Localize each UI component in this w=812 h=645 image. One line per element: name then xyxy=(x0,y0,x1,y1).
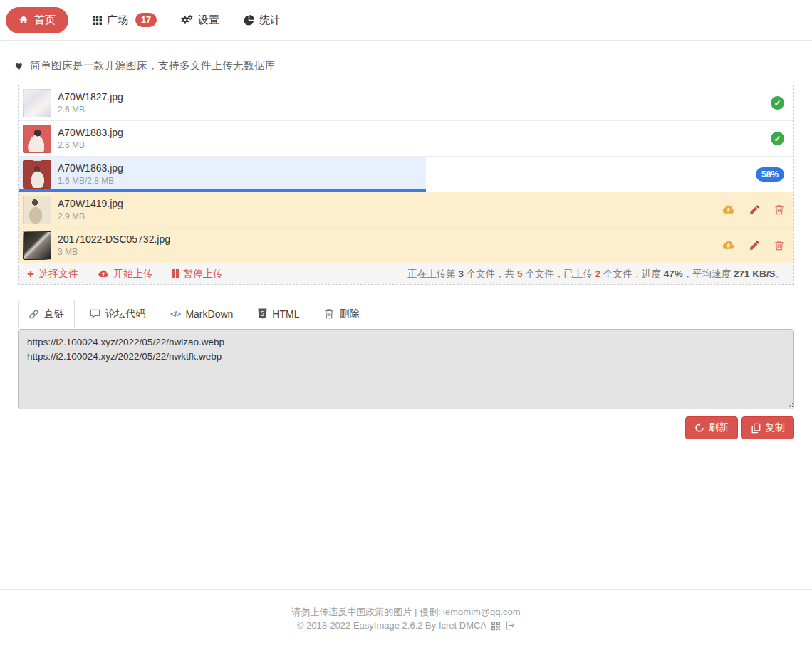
file-row: A70W1883.jpg 2.6 MB ✓ xyxy=(19,121,793,157)
refresh-button[interactable]: 刷新 xyxy=(685,416,738,439)
file-row-queued: A70W1419.jpg 2.9 MB xyxy=(19,192,793,228)
status-segment: 个文件，已上传 xyxy=(523,268,595,279)
file-row-queued: 20171022-DSC05732.jpg 3 MB xyxy=(19,228,793,263)
refresh-label: 刷新 xyxy=(709,421,729,434)
file-row: A70W1827.jpg 2.6 MB ✓ xyxy=(19,85,793,121)
nav-settings[interactable]: 设置 xyxy=(181,14,219,27)
tab-direct-link[interactable]: 直链 xyxy=(18,300,75,327)
footer: 请勿上传违反中国政策的图片 | 侵删: lemomim@qq.com © 201… xyxy=(0,589,812,632)
tab-markdown[interactable]: </> MarkDown xyxy=(160,300,243,327)
edit-icon[interactable] xyxy=(749,240,760,251)
tab-forum-code[interactable]: 论坛代码 xyxy=(80,300,155,327)
success-check-icon: ✓ xyxy=(771,132,784,145)
qr-code-icon[interactable] xyxy=(491,621,501,631)
nav-stats-label: 统计 xyxy=(259,14,281,27)
svg-text:5: 5 xyxy=(261,310,264,318)
progress-badge: 58% xyxy=(756,167,784,182)
status-progress-number: 47% xyxy=(664,268,683,279)
upload-file-icon[interactable] xyxy=(721,240,735,251)
start-upload-button[interactable]: 开始上传 xyxy=(97,268,153,280)
cloud-upload-icon xyxy=(97,269,109,278)
tab-label: HTML xyxy=(272,308,299,320)
file-size: 3 MB xyxy=(58,247,170,258)
status-current-number: 3 xyxy=(459,268,464,279)
select-files-label: 选择文件 xyxy=(38,268,78,280)
heart-icon: ♥ xyxy=(15,60,23,73)
status-total-number: 5 xyxy=(517,268,523,279)
file-row-uploading: A70W1863.jpg 1.6 MB/2.8 MB 58% xyxy=(19,157,793,192)
top-nav: 首页 广场 17 设置 统计 xyxy=(0,0,812,41)
upload-status-text: 正在上传第 3 个文件，共 5 个文件，已上传 2 个文件，进度 47%，平均速… xyxy=(407,268,785,280)
footer-copyright: © 2018-2022 EasyImage 2.6.2 By Icret DMC… xyxy=(297,619,486,632)
file-size: 1.6 MB/2.8 MB xyxy=(58,176,123,187)
link-tabs: 直链 论坛代码 </> MarkDown 5 HTML 删除 xyxy=(18,300,794,327)
nav-plaza-label: 广场 xyxy=(107,14,128,27)
chat-icon xyxy=(90,308,100,319)
file-thumbnail xyxy=(23,196,51,224)
grid-icon xyxy=(93,16,102,25)
gear-icon xyxy=(181,15,193,26)
file-name: A70W1883.jpg xyxy=(58,126,123,140)
progress-bar xyxy=(19,189,426,192)
file-name: 20171022-DSC05732.jpg xyxy=(58,233,170,247)
file-name: A70W1827.jpg xyxy=(58,90,123,105)
edit-icon[interactable] xyxy=(749,204,760,215)
file-size: 2.6 MB xyxy=(58,140,123,152)
tab-label: MarkDown xyxy=(185,308,233,320)
delete-icon[interactable] xyxy=(774,240,784,251)
file-thumbnail xyxy=(23,125,51,153)
tab-label: 论坛代码 xyxy=(105,308,145,320)
success-check-icon: ✓ xyxy=(771,96,784,110)
upload-file-icon[interactable] xyxy=(721,204,735,215)
pause-upload-label: 暂停上传 xyxy=(183,268,223,280)
home-icon xyxy=(19,15,28,25)
copy-button[interactable]: 复制 xyxy=(741,416,794,439)
plus-icon: + xyxy=(27,268,34,280)
status-speed-number: 271 KB/S xyxy=(734,268,776,279)
nav-settings-label: 设置 xyxy=(198,14,219,27)
file-name: A70W1419.jpg xyxy=(58,197,123,211)
file-thumbnail xyxy=(23,231,51,260)
status-segment: 个文件，共 xyxy=(464,268,517,279)
file-thumbnail xyxy=(23,160,51,189)
uploader-toolbar: + 选择文件 开始上传 暂停上传 正在上传第 3 个文件，共 5 个文件，已上传… xyxy=(19,263,793,284)
html5-icon: 5 xyxy=(258,308,267,319)
start-upload-label: 开始上传 xyxy=(113,268,153,280)
file-size: 2.6 MB xyxy=(58,105,123,116)
tab-label: 删除 xyxy=(339,308,359,320)
delete-icon[interactable] xyxy=(774,204,784,215)
link-icon xyxy=(28,309,39,320)
status-segment: 。 xyxy=(776,268,786,279)
tab-label: 直链 xyxy=(44,308,64,320)
output-actions: 刷新 复制 xyxy=(18,416,794,439)
pause-icon xyxy=(172,269,179,278)
refresh-icon xyxy=(694,423,704,433)
copy-icon xyxy=(751,423,761,434)
file-size: 2.9 MB xyxy=(58,211,123,223)
select-files-button[interactable]: + 选择文件 xyxy=(27,268,78,280)
upload-dropzone: A70W1827.jpg 2.6 MB ✓ A70W1883.jpg 2.6 M… xyxy=(18,85,794,285)
file-thumbnail xyxy=(23,89,51,117)
links-output-textarea[interactable]: https://i2.100024.xyz/2022/05/22/nwizao.… xyxy=(18,329,794,409)
nav-home[interactable]: 首页 xyxy=(6,7,68,33)
pause-upload-button[interactable]: 暂停上传 xyxy=(172,268,223,280)
trash-icon xyxy=(324,308,334,319)
tab-html[interactable]: 5 HTML xyxy=(248,300,309,327)
file-name: A70W1863.jpg xyxy=(58,162,123,176)
status-segment: 正在上传第 xyxy=(407,268,458,279)
footer-notice: 请勿上传违反中国政策的图片 | 侵删: lemomim@qq.com xyxy=(0,605,812,619)
nav-stats[interactable]: 统计 xyxy=(244,14,281,27)
status-segment: 个文件，进度 xyxy=(600,268,664,279)
intro-text: 简单图床是一款开源图床，支持多文件上传无数据库 xyxy=(30,59,276,73)
tab-delete[interactable]: 删除 xyxy=(314,300,369,327)
nav-plaza[interactable]: 广场 17 xyxy=(93,13,157,27)
plaza-count-badge: 17 xyxy=(135,13,157,27)
intro-line: ♥ 简单图床是一款开源图床，支持多文件上传无数据库 xyxy=(15,59,794,73)
copy-label: 复制 xyxy=(765,421,785,434)
pie-chart-icon xyxy=(244,15,254,26)
status-segment: ，平均速度 xyxy=(683,268,734,279)
nav-home-label: 首页 xyxy=(34,14,56,27)
logout-icon[interactable] xyxy=(505,621,515,630)
code-icon: </> xyxy=(170,310,180,318)
